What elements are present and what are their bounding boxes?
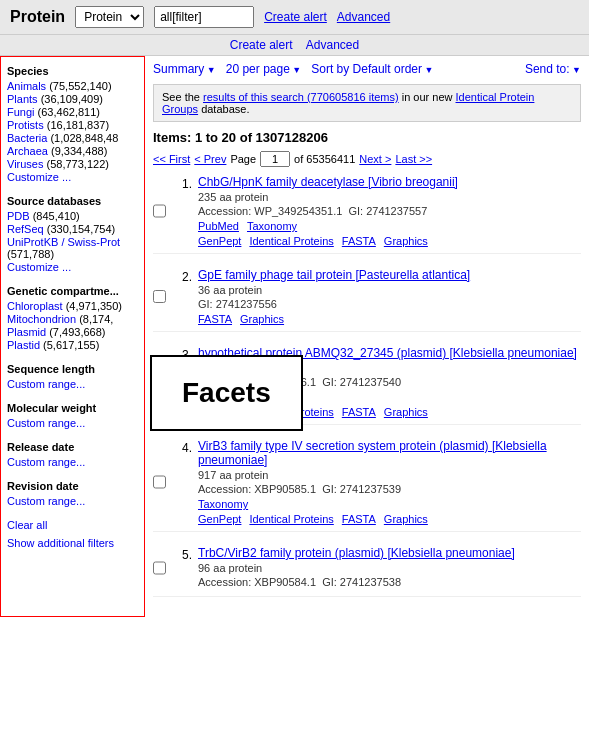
- fasta-link-1[interactable]: FASTA: [342, 235, 376, 247]
- taxonomy-link-4[interactable]: Taxonomy: [198, 498, 248, 510]
- genetic-chloroplast[interactable]: Chloroplast (4,971,350): [7, 300, 138, 312]
- result-checkbox-1[interactable]: [153, 175, 166, 247]
- species-protists[interactable]: Protists (16,181,837): [7, 119, 138, 131]
- result-checkbox-4[interactable]: [153, 439, 166, 525]
- result-item-1: 1. ChbG/HpnK family deacetylase [Vibrio …: [153, 175, 581, 254]
- page-label: Page: [230, 153, 256, 165]
- genpept-link-1[interactable]: GenPept: [198, 235, 241, 247]
- species-animals[interactable]: Animals (75,552,140): [7, 80, 138, 92]
- taxonomy-link-1[interactable]: Taxonomy: [247, 220, 297, 232]
- taxonomy-link-3[interactable]: Taxonomy: [198, 391, 248, 403]
- species-filter: Species Animals (75,552,140) Plants (36,…: [7, 65, 138, 183]
- identical-proteins-link-3[interactable]: Identical Proteins: [249, 406, 333, 418]
- search-notice: See the results of this search (77060581…: [153, 84, 581, 122]
- result-num-3: 3.: [172, 346, 192, 418]
- clear-all-link[interactable]: Clear all: [7, 519, 138, 531]
- result-links1-1: PubMed Taxonomy: [198, 220, 581, 232]
- genetic-title: Genetic compartme...: [7, 285, 138, 297]
- result-item-5: 5. TrbC/VirB2 family protein (plasmid) […: [153, 546, 581, 597]
- genetic-plasmid[interactable]: Plasmid (7,493,668): [7, 326, 138, 338]
- page-number-input[interactable]: [260, 151, 290, 167]
- genetic-mitochondrion[interactable]: Mitochondrion (8,174,: [7, 313, 138, 325]
- notice-text-middle: in our new: [399, 91, 456, 103]
- source-uniprot[interactable]: UniProtKB / Swiss-Prot (571,788): [7, 236, 138, 260]
- last-page[interactable]: Last >>: [395, 153, 432, 165]
- advanced-link[interactable]: Advanced: [337, 10, 390, 24]
- fasta-link-2[interactable]: FASTA: [198, 313, 232, 325]
- result-num-5: 5.: [172, 546, 192, 590]
- result-desc-5: 96 aa protein: [198, 562, 581, 574]
- result-title-link-3[interactable]: hypothetical protein ABMQ32_27345 (plasm…: [198, 346, 577, 360]
- graphics-link-1[interactable]: Graphics: [384, 235, 428, 247]
- page-title: Protein: [10, 8, 65, 26]
- search-results-link[interactable]: results of this search (770605816 items): [203, 91, 399, 103]
- result-title-link-2[interactable]: GpE family phage tail protein [Pasteurel…: [198, 268, 470, 282]
- database-select[interactable]: Protein: [75, 6, 144, 28]
- graphics-link-4[interactable]: Graphics: [384, 513, 428, 525]
- species-archaea[interactable]: Archaea (9,334,488): [7, 145, 138, 157]
- revision-range[interactable]: Custom range...: [7, 495, 85, 507]
- result-links1-3: Taxonomy: [198, 391, 581, 403]
- send-to-dropdown[interactable]: Send to:: [525, 62, 581, 76]
- revision-title: Revision date: [7, 480, 138, 492]
- sequence-range[interactable]: Custom range...: [7, 378, 85, 390]
- release-range[interactable]: Custom range...: [7, 456, 85, 468]
- source-refseq[interactable]: RefSeq (330,154,754): [7, 223, 138, 235]
- genpept-link-4[interactable]: GenPept: [198, 513, 241, 525]
- result-checkbox-3[interactable]: [153, 346, 166, 418]
- molecular-title: Molecular weight: [7, 402, 138, 414]
- fasta-link-4[interactable]: FASTA: [342, 513, 376, 525]
- notice-text-before: See the: [162, 91, 203, 103]
- species-bacteria[interactable]: Bacteria (1,028,848,48: [7, 132, 138, 144]
- toolbar: Summary 20 per page Sort by Default orde…: [153, 62, 581, 76]
- create-alert-link[interactable]: Create alert: [264, 10, 327, 24]
- molecular-filter: Molecular weight Custom range...: [7, 402, 138, 429]
- result-desc-1: 235 aa protein: [198, 191, 581, 203]
- species-viruses[interactable]: Viruses (58,773,122): [7, 158, 138, 170]
- source-customize[interactable]: Customize ...: [7, 261, 71, 273]
- result-links1-4: Taxonomy: [198, 498, 581, 510]
- molecular-range[interactable]: Custom range...: [7, 417, 85, 429]
- species-title: Species: [7, 65, 138, 77]
- prev-page[interactable]: < Prev: [194, 153, 226, 165]
- result-title-link-4[interactable]: VirB3 family type IV secretion system pr…: [198, 439, 547, 467]
- source-title: Source databases: [7, 195, 138, 207]
- sort-dropdown[interactable]: Sort by Default order: [311, 62, 433, 76]
- create-alert-sublink[interactable]: Create alert: [230, 38, 293, 52]
- result-desc-3: 210 aa protein: [198, 362, 581, 374]
- result-accession-1: Accession: WP_349254351.1 GI: 2741237557: [198, 205, 581, 217]
- identical-proteins-link-1[interactable]: Identical Proteins: [249, 235, 333, 247]
- page-of: of 65356411: [294, 153, 355, 165]
- species-fungi[interactable]: Fungi (63,462,811): [7, 106, 138, 118]
- species-customize[interactable]: Customize ...: [7, 171, 71, 183]
- source-pdb[interactable]: PDB (845,410): [7, 210, 138, 222]
- show-filters-link[interactable]: Show additional filters: [7, 537, 114, 549]
- result-checkbox-2[interactable]: [153, 268, 166, 325]
- pubmed-link-1[interactable]: PubMed: [198, 220, 239, 232]
- identical-proteins-link-4[interactable]: Identical Proteins: [249, 513, 333, 525]
- graphics-link-2[interactable]: Graphics: [240, 313, 284, 325]
- advanced-sublink[interactable]: Advanced: [306, 38, 359, 52]
- result-title-link-5[interactable]: TrbC/VirB2 family protein (plasmid) [Kle…: [198, 546, 515, 560]
- result-item-2: 2. GpE family phage tail protein [Pasteu…: [153, 268, 581, 332]
- result-title-link-1[interactable]: ChbG/HpnK family deacetylase [Vibrio bre…: [198, 175, 458, 189]
- species-plants[interactable]: Plants (36,109,409): [7, 93, 138, 105]
- graphics-link-3[interactable]: Graphics: [384, 406, 428, 418]
- genetic-filter: Genetic compartme... Chloroplast (4,971,…: [7, 285, 138, 351]
- result-item-4: 4. VirB3 family type IV secretion system…: [153, 439, 581, 532]
- result-links2-4: GenPept Identical Proteins FASTA Graphic…: [198, 513, 581, 525]
- genpept-link-3[interactable]: GenPept: [198, 406, 241, 418]
- search-input[interactable]: [154, 6, 254, 28]
- summary-dropdown[interactable]: Summary: [153, 62, 216, 76]
- per-page-dropdown[interactable]: 20 per page: [226, 62, 301, 76]
- result-accession-3: Accession: XBP90586.1 GI: 2741237540: [198, 376, 581, 388]
- genetic-plastid[interactable]: Plastid (5,617,155): [7, 339, 138, 351]
- fasta-link-3[interactable]: FASTA: [342, 406, 376, 418]
- result-num-4: 4.: [172, 439, 192, 525]
- result-links2-2: FASTA Graphics: [198, 313, 581, 325]
- result-checkbox-5[interactable]: [153, 546, 166, 590]
- result-desc-4: 917 aa protein: [198, 469, 581, 481]
- first-page[interactable]: << First: [153, 153, 190, 165]
- revision-filter: Revision date Custom range...: [7, 480, 138, 507]
- next-page[interactable]: Next >: [359, 153, 391, 165]
